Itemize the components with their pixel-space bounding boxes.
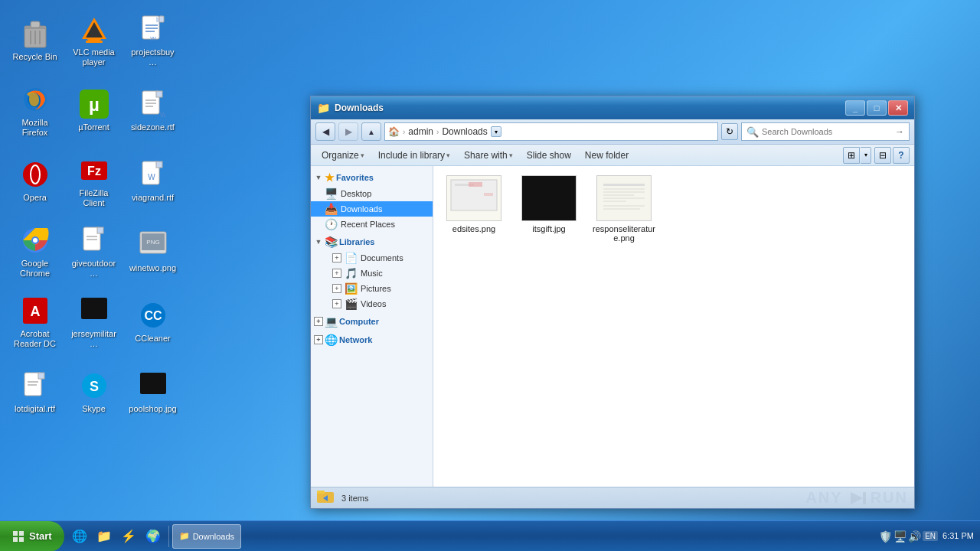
lotdigital-label: lotdigital.rtf bbox=[15, 404, 55, 414]
desktop-icon-recycle-bin[interactable]: Recycle Bin bbox=[6, 6, 64, 75]
projectsbuy-icon: W bbox=[138, 14, 168, 44]
sidebar-item-music[interactable]: + 🎵 Music bbox=[311, 266, 433, 281]
close-button[interactable]: ✕ bbox=[888, 100, 908, 116]
libraries-icon: 📚 bbox=[325, 236, 338, 248]
desktop-icon-firefox[interactable]: Mozilla Firefox bbox=[6, 77, 64, 145]
sidebar-item-pictures[interactable]: + 🖼️ Pictures bbox=[311, 281, 433, 296]
minimize-button[interactable]: _ bbox=[845, 100, 865, 116]
taskbar-folder-icon[interactable]: 📁 bbox=[93, 526, 115, 547]
tray-security-icon[interactable]: 🛡️ bbox=[879, 530, 892, 543]
up-button[interactable]: ▲ bbox=[361, 122, 381, 141]
desktop-icon-sidezone[interactable]: W sidezone.rtf bbox=[124, 77, 181, 145]
computer-expand[interactable]: + bbox=[314, 317, 323, 326]
search-go-icon[interactable]: → bbox=[895, 126, 904, 137]
view-dropdown-button[interactable]: ▾ bbox=[861, 147, 871, 164]
pictures-expand[interactable]: + bbox=[332, 284, 341, 293]
desktop-icon-filezilla[interactable]: Fz FileZilla Client bbox=[65, 147, 122, 216]
refresh-button[interactable]: ↻ bbox=[721, 123, 738, 140]
desktop-icon-vlc[interactable]: VLC media player bbox=[65, 6, 122, 75]
tray-volume-icon[interactable]: 🔊 bbox=[908, 530, 921, 543]
clock-time: 6:31 PM bbox=[942, 531, 974, 540]
svg-text:S: S bbox=[89, 379, 98, 394]
svg-text:A: A bbox=[30, 304, 40, 319]
music-expand[interactable]: + bbox=[332, 269, 341, 278]
file-item-responseliterature[interactable]: responseliterature.png bbox=[590, 172, 658, 246]
taskbar-item-downloads[interactable]: 📁 Downloads bbox=[172, 524, 241, 549]
libraries-header[interactable]: ▼ 📚 Libraries bbox=[311, 233, 433, 250]
jerseymill-label: jerseymilitar… bbox=[68, 329, 119, 349]
tray-language-icon[interactable]: EN bbox=[923, 531, 938, 541]
svg-text:PNG: PNG bbox=[146, 239, 159, 246]
desktop-icon-projectsbuy[interactable]: W projectsbuy… bbox=[124, 6, 181, 75]
taskbar-items: 📁 Downloads bbox=[169, 521, 874, 551]
tray-network-icon[interactable]: 🖥️ bbox=[893, 530, 906, 543]
help-button[interactable]: ? bbox=[893, 147, 910, 164]
svg-rect-85 bbox=[19, 531, 24, 536]
desktop-icon-ccleaner[interactable]: CC CCleaner bbox=[124, 288, 181, 357]
view-icons-button[interactable]: ⊞ bbox=[843, 147, 860, 164]
desktop-icon-chrome[interactable]: Google Chrome bbox=[6, 217, 64, 286]
computer-header[interactable]: + 💻 Computer bbox=[311, 313, 433, 330]
back-button[interactable]: ◀ bbox=[315, 122, 335, 141]
utorrent-icon: µ bbox=[79, 89, 109, 119]
desktop-icon-acrobat[interactable]: A Acrobat Reader DC bbox=[6, 288, 64, 357]
sidebar-item-documents[interactable]: + 📄 Documents bbox=[311, 250, 433, 266]
address-bar[interactable]: 🏠 › admin › Downloads ▾ bbox=[384, 122, 718, 141]
file-area: edsites.png itsgift.jpg bbox=[433, 166, 914, 487]
svg-text:W: W bbox=[160, 111, 165, 119]
libraries-section: ▼ 📚 Libraries + 📄 Documents + 🎵 Music + … bbox=[311, 233, 433, 311]
maximize-button[interactable]: □ bbox=[867, 100, 887, 116]
taskbar-quick-launch: 🌐 📁 ⚡ 🌍 bbox=[64, 526, 169, 547]
svg-rect-65 bbox=[455, 188, 493, 190]
desktop-icon-skype[interactable]: S Skype bbox=[65, 358, 122, 427]
taskbar-item-label: Downloads bbox=[193, 532, 234, 541]
taskbar-ie-icon[interactable]: 🌐 bbox=[69, 526, 90, 547]
start-button[interactable]: Start bbox=[0, 521, 64, 552]
svg-rect-69 bbox=[484, 193, 493, 196]
forward-button[interactable]: ▶ bbox=[338, 122, 358, 141]
documents-expand[interactable]: + bbox=[332, 253, 341, 262]
sidebar-item-videos[interactable]: + 🎬 Videos bbox=[311, 296, 433, 311]
search-bar[interactable]: 🔍 → bbox=[741, 122, 910, 141]
utorrent-label: µTorrent bbox=[78, 122, 109, 132]
desktop-icon-viagrand[interactable]: W viagrand.rtf bbox=[124, 147, 181, 216]
file-item-itsgift[interactable]: itsgift.jpg bbox=[514, 172, 583, 246]
share-arrow: ▾ bbox=[509, 152, 513, 159]
network-expand[interactable]: + bbox=[314, 335, 323, 344]
address-dropdown-button[interactable]: ▾ bbox=[491, 126, 501, 137]
videos-expand[interactable]: + bbox=[332, 299, 341, 308]
sidebar-item-downloads[interactable]: 📥 Downloads bbox=[311, 201, 433, 217]
view-buttons: ⊞ ▾ bbox=[843, 147, 871, 164]
desktop-icon-winetwo[interactable]: PNG winetwo.png bbox=[124, 217, 181, 286]
clock-display[interactable]: 6:31 PM bbox=[942, 530, 974, 542]
address-downloads: Downloads bbox=[442, 126, 487, 137]
menu-bar: Organize ▾ Include in library ▾ Share wi… bbox=[311, 145, 914, 166]
share-with-menu[interactable]: Share with ▾ bbox=[458, 148, 519, 162]
desktop-icon-jerseymill[interactable]: jerseymilitar… bbox=[65, 288, 122, 357]
sidezone-icon: W bbox=[138, 89, 168, 119]
preview-pane-button[interactable]: ⊟ bbox=[874, 147, 891, 164]
include-library-menu[interactable]: Include in library ▾ bbox=[372, 148, 456, 162]
desktop-icon-lotdigital[interactable]: lotdigital.rtf bbox=[6, 358, 64, 427]
toolbar-area: ◀ ▶ ▲ 🏠 › admin › Downloads ▾ ↻ 🔍 → bbox=[311, 119, 914, 145]
svg-rect-84 bbox=[13, 531, 18, 536]
file-item-edsites[interactable]: edsites.png bbox=[439, 172, 508, 246]
new-folder-button[interactable]: New folder bbox=[579, 148, 635, 162]
favorites-header[interactable]: ▼ ★ Favorites bbox=[311, 169, 433, 186]
search-input[interactable] bbox=[762, 127, 892, 136]
sidebar-item-desktop[interactable]: 🖥️ Desktop bbox=[311, 186, 433, 201]
slideshow-button[interactable]: Slide show bbox=[521, 148, 577, 162]
taskbar-alert-icon[interactable]: ⚡ bbox=[118, 526, 139, 547]
network-header[interactable]: + 🌐 Network bbox=[311, 331, 433, 348]
poolshop-label: poolshop.jpg bbox=[129, 404, 176, 414]
taskbar-chrome-icon[interactable]: 🌍 bbox=[142, 526, 164, 547]
desktop-icon-opera[interactable]: Opera bbox=[6, 147, 64, 216]
desktop-icon-giveoutdoor[interactable]: giveoutdoor… bbox=[65, 217, 122, 286]
downloads-label: Downloads bbox=[341, 204, 382, 214]
organize-menu[interactable]: Organize ▾ bbox=[315, 148, 371, 162]
window-titlebar: 📁 Downloads _ □ ✕ bbox=[311, 96, 914, 119]
taskbar: Start 🌐 📁 ⚡ 🌍 📁 Downloads 🛡️ 🖥️ 🔊 EN 6:3… bbox=[0, 520, 980, 551]
desktop-icon-utorrent[interactable]: µ µTorrent bbox=[65, 77, 122, 145]
desktop-icon-poolshop[interactable]: poolshop.jpg bbox=[124, 358, 181, 427]
sidebar-item-recent-places[interactable]: 🕐 Recent Places bbox=[311, 217, 433, 232]
